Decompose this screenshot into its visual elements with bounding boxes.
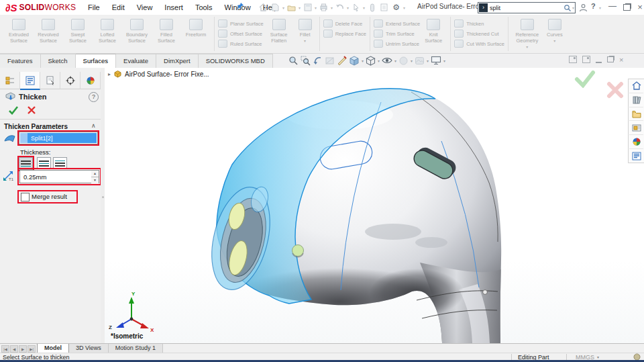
display-manager-tab[interactable] (80, 72, 101, 89)
file-explorer-icon[interactable] (629, 107, 643, 122)
search-box[interactable]: › split ▾ (478, 2, 576, 13)
merge-result-checkbox[interactable] (21, 193, 30, 201)
menu-file[interactable]: File (82, 0, 106, 15)
reference-geometry-button[interactable]: Reference Geometry▾ (512, 16, 543, 50)
lofted-surface-button[interactable]: Lofted Surface (93, 16, 122, 44)
hide-show-items-icon[interactable] (382, 56, 392, 65)
confirmation-ok-icon[interactable] (574, 71, 596, 91)
nav-first-icon[interactable]: |◀ (1, 345, 9, 353)
view-palette-icon[interactable] (629, 121, 643, 135)
pm-help-icon[interactable]: ? (89, 92, 99, 102)
file-properties-icon[interactable] (378, 3, 390, 13)
new-document-caret[interactable]: ▾ (282, 5, 284, 10)
menu-edit[interactable]: Edit (106, 0, 131, 15)
close-button[interactable]: × (635, 2, 644, 12)
select-caret[interactable]: ▾ (363, 5, 365, 10)
menu-insert[interactable]: Insert (158, 0, 189, 15)
fillet-button[interactable]: Fillet▾ (294, 16, 316, 44)
delete-face-button[interactable]: Delete Face (323, 19, 366, 28)
previous-window-icon[interactable] (569, 56, 577, 63)
trim-surface-button[interactable]: Trim Surface (374, 30, 420, 38)
minimize-button[interactable]: — (608, 1, 617, 11)
custom-properties-icon[interactable] (629, 149, 643, 163)
apply-scene-caret[interactable]: ▾ (427, 58, 429, 63)
confirmation-cancel-icon[interactable] (606, 81, 624, 101)
dimxpert-manager-tab[interactable] (60, 72, 80, 89)
hide-show-caret[interactable]: ▾ (394, 58, 396, 63)
login-person-icon[interactable] (579, 3, 588, 15)
ruled-surface-button[interactable]: Ruled Surface (218, 40, 264, 48)
graphics-viewport[interactable]: ▸ AirPod Surface- Error Fixe... (105, 68, 644, 343)
tab-model[interactable]: Model (37, 344, 69, 353)
feature-tree-flyout[interactable]: ▸ AirPod Surface- Error Fixe... (108, 70, 209, 78)
select-cursor-icon[interactable] (350, 3, 362, 13)
thicken-button[interactable]: Thicken (454, 19, 504, 28)
rebuild-icon[interactable] (366, 3, 378, 13)
new-document-icon[interactable] (270, 3, 281, 13)
freeform-button[interactable]: Freeform (181, 16, 211, 38)
menu-tools[interactable]: Tools (189, 0, 219, 15)
thicken-parameters-header[interactable]: Thicken Parameters (4, 123, 68, 130)
help-caret[interactable]: ▾ (599, 5, 601, 10)
curves-button[interactable]: Curves▾ (543, 16, 567, 44)
view-orientation-icon[interactable] (349, 56, 360, 66)
edit-appearance-icon[interactable] (398, 56, 409, 66)
tab-solidworks-mbd[interactable]: SOLIDWORKS MBD (199, 54, 273, 68)
nav-prev-icon[interactable]: ◀ (10, 345, 18, 353)
tab-surfaces[interactable]: Surfaces (76, 54, 117, 68)
replace-face-button[interactable]: Replace Face (323, 30, 366, 38)
menu-view[interactable]: View (131, 0, 159, 15)
search-magnifier-icon[interactable] (564, 4, 572, 12)
thickened-cut-button[interactable]: Thickened Cut (454, 30, 504, 38)
section-view-icon[interactable] (325, 56, 335, 66)
display-style-icon[interactable] (366, 56, 376, 66)
section-collapse-chevron[interactable]: ∧ (91, 122, 96, 129)
zoom-to-area-icon[interactable] (301, 56, 311, 66)
nav-last-icon[interactable]: ▶| (28, 345, 36, 353)
edit-appearance-caret[interactable]: ▾ (411, 58, 413, 63)
untrim-surface-button[interactable]: Untrim Surface (374, 40, 420, 48)
previous-view-icon[interactable] (313, 56, 323, 66)
zoom-to-fit-icon[interactable] (288, 56, 299, 66)
appearances-scenes-icon[interactable] (629, 135, 643, 149)
open-document-caret[interactable]: ▾ (299, 5, 301, 10)
tab-evaluate[interactable]: Evaluate (116, 54, 156, 68)
undo-caret[interactable]: ▾ (347, 5, 349, 10)
spinner-down-icon[interactable]: ▼ (91, 177, 99, 183)
doc-close-icon[interactable]: × (619, 56, 623, 63)
revolved-surface-button[interactable]: Revolved Surface (34, 16, 63, 44)
doc-minimize-icon[interactable] (596, 56, 602, 63)
extruded-surface-button[interactable]: Extruded Surface (4, 16, 34, 44)
surface-flatten-button[interactable]: Surface Flatten (264, 16, 294, 44)
tree-item-label[interactable]: AirPod Surface- Error Fixe... (125, 71, 209, 78)
print-icon[interactable] (318, 3, 329, 13)
selected-surface-row[interactable]: Split1[2] (20, 133, 97, 143)
units-caret[interactable]: ▾ (597, 355, 599, 359)
design-library-icon[interactable] (629, 93, 643, 107)
pin-menu-icon[interactable] (236, 2, 244, 14)
feature-manager-tab[interactable] (0, 72, 20, 89)
tab-motion-study[interactable]: Motion Study 1 (109, 344, 163, 353)
print-caret[interactable]: ▾ (331, 5, 333, 10)
reference-geometry-caret[interactable]: ▾ (526, 45, 528, 50)
offset-surface-button[interactable]: Offset Surface (218, 30, 264, 38)
undo-icon[interactable] (334, 3, 345, 13)
nav-next-icon[interactable]: ▶ (19, 345, 27, 353)
tree-expand-icon[interactable]: ▸ (108, 71, 111, 77)
annotation-views-icon[interactable] (337, 56, 347, 66)
search-caret[interactable]: ▾ (572, 5, 574, 10)
configuration-manager-tab[interactable] (40, 72, 60, 89)
home-icon[interactable] (258, 3, 269, 13)
resources-home-icon[interactable] (629, 79, 643, 93)
tab-dimxpert[interactable]: DimXpert (156, 54, 199, 68)
save-icon[interactable] (302, 3, 313, 13)
curves-caret[interactable]: ▾ (553, 39, 555, 44)
tab-sketch[interactable]: Sketch (41, 54, 76, 68)
open-document-icon[interactable] (286, 3, 297, 13)
airpod-3d-model[interactable] (105, 68, 644, 343)
surface-selection-box[interactable]: Split1[2] (19, 132, 98, 144)
tab-features[interactable]: Features (0, 54, 41, 68)
search-input[interactable]: split (490, 5, 564, 11)
filled-surface-button[interactable]: Filled Surface (152, 16, 181, 44)
save-caret[interactable]: ▾ (315, 5, 317, 10)
